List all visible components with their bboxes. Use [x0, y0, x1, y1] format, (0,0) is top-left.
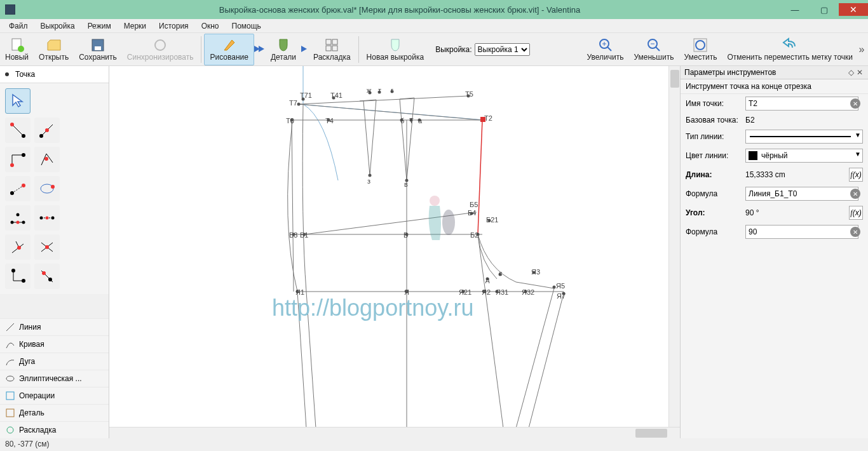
clear-icon[interactable]: ✕ [850, 227, 860, 237]
folder-open-icon [46, 37, 62, 53]
category-point[interactable]: Точка [0, 66, 109, 83]
svg-point-34 [17, 221, 20, 224]
new-pattern-button[interactable]: Новая выкройка [362, 34, 430, 65]
svg-point-38 [40, 217, 43, 220]
tool-bisector[interactable] [34, 147, 60, 172]
tool-shoulder[interactable] [5, 176, 31, 201]
svg-rect-7 [326, 46, 331, 51]
arrow-icon [254, 45, 266, 54]
tool-triangle[interactable] [5, 205, 31, 231]
svg-point-56 [7, 427, 13, 433]
tool-height[interactable] [5, 234, 31, 260]
cursor-icon [10, 93, 26, 109]
svg-point-16 [696, 41, 705, 50]
svg-line-52 [6, 323, 14, 331]
minimize-button[interactable]: — [780, 3, 810, 16]
zoom-in-button[interactable]: Увеличить [582, 34, 629, 65]
base-point-value: Б2 [745, 116, 755, 125]
tool-line-intersect[interactable] [34, 234, 60, 260]
svg-point-25 [22, 153, 25, 157]
close-button[interactable]: ✕ [839, 3, 868, 16]
toolbar-overflow[interactable]: » [858, 44, 868, 55]
svg-point-31 [51, 185, 55, 189]
menu-mode[interactable]: Режим [81, 20, 118, 32]
svg-point-48 [22, 279, 25, 283]
svg-rect-8 [332, 46, 337, 51]
draw-mode-button[interactable]: Рисование [204, 34, 254, 65]
undo-button[interactable]: Отменить переместить метку точки [722, 34, 858, 65]
open-button[interactable]: Открыть [34, 34, 74, 65]
svg-point-53 [6, 376, 14, 381]
zoom-fit-button[interactable]: Уместить [679, 34, 722, 65]
tool-along-line[interactable] [34, 118, 60, 143]
titlebar: Выкройка-основа женских брюк.val* [Мерки… [0, 0, 868, 19]
pencil-icon [222, 37, 237, 53]
svg-rect-55 [6, 409, 14, 417]
properties-header: Параметры инструментов ◇ ✕ [681, 66, 868, 79]
tool-normal[interactable] [5, 147, 31, 172]
category-curve[interactable]: Кривая [0, 335, 109, 353]
horizontal-scrollbar[interactable] [109, 427, 680, 438]
menu-history[interactable]: История [153, 20, 195, 32]
svg-rect-5 [326, 39, 331, 44]
length-value: 15,3333 cm [745, 170, 845, 179]
category-line[interactable]: Линия [0, 318, 109, 335]
tool-intersection[interactable] [34, 205, 60, 231]
svg-line-10 [607, 47, 611, 51]
clear-icon[interactable]: ✕ [850, 189, 860, 199]
formula-length-input[interactable] [745, 187, 858, 201]
details-mode-button[interactable]: Детали [266, 34, 301, 65]
formula-edit-button[interactable]: f(x) [849, 168, 863, 182]
svg-point-50 [42, 271, 46, 275]
category-elliptical[interactable]: Эллиптическая ... [0, 370, 109, 387]
clear-icon[interactable]: ✕ [850, 98, 860, 109]
menu-pattern[interactable]: Выкройка [34, 20, 81, 32]
file-new-icon [10, 37, 25, 53]
category-layout[interactable]: Раскладка [0, 421, 109, 438]
sync-button[interactable]: Синхронизировать [122, 34, 199, 65]
angle-value: 90 ° [745, 208, 845, 217]
svg-point-24 [10, 163, 14, 167]
svg-point-106 [430, 196, 440, 206]
undo-icon [782, 37, 797, 53]
formula-edit-button[interactable]: f(x) [849, 206, 863, 220]
new-button[interactable]: Новый [0, 34, 34, 65]
svg-point-102 [553, 286, 556, 289]
point-name-input[interactable] [745, 97, 858, 111]
tool-point-xy[interactable] [5, 264, 31, 289]
pattern-selector: Выкройка: Выкройка 1 [435, 43, 529, 56]
svg-point-22 [39, 134, 43, 138]
panel-close-icon[interactable]: ✕ [855, 68, 864, 77]
svg-line-66 [407, 98, 414, 180]
save-button[interactable]: Сохранить [74, 34, 122, 65]
tool-perp[interactable] [34, 264, 60, 289]
menu-measurements[interactable]: Мерки [118, 20, 153, 32]
category-operations[interactable]: Операции [0, 387, 109, 404]
pattern-dropdown[interactable]: Выкройка 1 [475, 43, 530, 56]
dock-undock-icon[interactable]: ◇ [846, 68, 855, 77]
line-type-dropdown[interactable]: ▼ [745, 130, 863, 144]
watermark: http://blogportnoy.ru [272, 295, 474, 321]
zoom-out-button[interactable]: Уменьшить [628, 34, 679, 65]
tool-contact[interactable] [34, 176, 60, 201]
line-color-dropdown[interactable]: чёрный▼ [745, 149, 863, 163]
vertical-scrollbar[interactable] [668, 66, 680, 427]
formula-angle-input[interactable] [745, 225, 858, 239]
maximize-button[interactable]: ▢ [810, 3, 839, 16]
tool-subtitle: Инструмент точка на конце отрезка [681, 79, 868, 94]
category-arc[interactable]: Дуга [0, 353, 109, 370]
tool-endline[interactable] [5, 118, 31, 143]
point-tools-grid [0, 83, 109, 294]
layout-mode-button[interactable]: Раскладка [308, 34, 356, 65]
svg-point-35 [22, 221, 25, 224]
svg-line-72 [478, 120, 482, 234]
drawing-canvas[interactable]: Т7 Т71 Т41 ж т г Т5 Т0 Т4 б Т а Т2 з в Б… [109, 66, 668, 427]
tool-cursor[interactable] [5, 88, 31, 114]
sync-icon [153, 37, 168, 53]
menu-help[interactable]: Помощь [226, 20, 268, 32]
menu-file[interactable]: Файл [3, 20, 34, 32]
floppy-icon [90, 37, 105, 53]
category-detail[interactable]: Деталь [0, 404, 109, 421]
menu-window[interactable]: Окно [195, 20, 226, 32]
left-panel: Точка Линия Кривая Дуга Эллиптическая ..… [0, 66, 109, 438]
